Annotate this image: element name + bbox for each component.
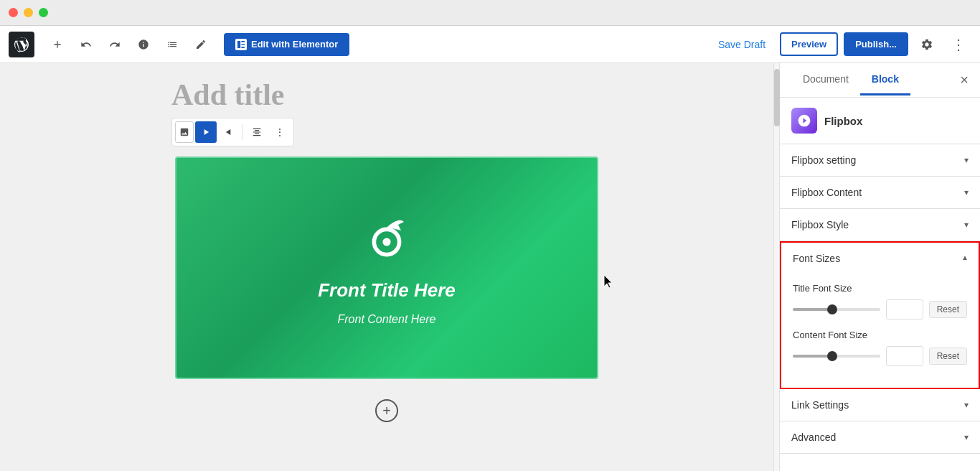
main-toolbar: Edit with Elementor Save Draft Preview P… (0, 26, 980, 63)
ellipsis-icon: ⋮ (951, 36, 966, 53)
block-image-button[interactable] (175, 121, 194, 143)
sidebar-panels: Flipbox setting ▾ Flipbox Content ▾ Flip… (780, 144, 980, 471)
edit-with-elementor-button[interactable]: Edit with Elementor (224, 33, 349, 56)
sidebar-tabs: Document Block × (780, 63, 980, 98)
sidebar-close-button[interactable]: × (960, 72, 969, 88)
panel-advanced-header[interactable]: Advanced ▾ (780, 421, 980, 453)
save-draft-button[interactable]: Save Draft (710, 33, 774, 56)
flipbox-setting-chevron: ▾ (964, 155, 969, 165)
tab-block[interactable]: Block (860, 65, 910, 95)
title-font-size-section: Title Font Size Reset (793, 283, 967, 320)
block-name: Flipbox (824, 115, 862, 127)
toolbar-right: Save Draft Preview Publish... ⋮ (710, 32, 971, 57)
cursor (603, 275, 617, 292)
panel-flipbox-content: Flipbox Content ▾ (780, 177, 980, 209)
tab-document[interactable]: Document (791, 65, 860, 95)
title-font-size-reset[interactable]: Reset (929, 301, 967, 318)
block-toolbar: ⋮ (171, 118, 294, 146)
panel-flipbox-style: Flipbox Style ▾ (780, 209, 980, 241)
add-block-toolbar-button[interactable] (46, 33, 69, 56)
advanced-chevron: ▾ (964, 432, 969, 442)
panel-link-settings-label: Link Settings (791, 399, 849, 411)
panel-flipbox-content-label: Flipbox Content (791, 187, 862, 198)
redo-button[interactable] (103, 33, 126, 56)
title-font-size-thumb[interactable] (827, 304, 837, 314)
content-font-size-thumb[interactable] (827, 351, 837, 361)
pen-icon (195, 39, 207, 50)
arrow-right-icon (201, 127, 211, 137)
block-header: Flipbox (780, 98, 980, 144)
info-button[interactable] (132, 33, 155, 56)
settings-button[interactable] (914, 32, 940, 57)
panel-font-sizes: Font Sizes ▾ Title Font Size Res (780, 241, 980, 389)
maximize-button[interactable] (39, 8, 48, 17)
undo-button[interactable] (75, 33, 98, 56)
wordpress-icon (14, 37, 29, 52)
more-options-button[interactable]: ⋮ (946, 32, 971, 57)
undo-icon (80, 39, 92, 50)
align-button[interactable] (246, 121, 268, 143)
edit-pen-button[interactable] (189, 33, 212, 56)
content-font-size-label: Content Font Size (793, 330, 967, 340)
content-font-size-input[interactable] (886, 346, 923, 366)
flipbox-preview[interactable]: Front Title Here Front Content Here (175, 157, 598, 379)
list-icon (166, 39, 178, 50)
preview-button[interactable]: Preview (780, 32, 838, 56)
image-icon (179, 127, 189, 137)
title-font-size-track[interactable] (793, 308, 880, 311)
list-view-button[interactable] (161, 33, 184, 56)
close-icon: × (960, 72, 969, 88)
font-sizes-chevron: ▾ (963, 253, 967, 264)
panel-font-sizes-header[interactable]: Font Sizes ▾ (781, 243, 979, 274)
gear-icon (920, 38, 933, 51)
panel-font-sizes-label: Font Sizes (793, 253, 840, 264)
panel-flipbox-style-header[interactable]: Flipbox Style ▾ (780, 209, 980, 241)
panel-flipbox-style-label: Flipbox Style (791, 219, 849, 230)
sidebar: Document Block × Flipbox Flipbox setting… (779, 63, 980, 471)
title-font-size-input[interactable] (886, 299, 923, 320)
redo-icon (109, 39, 121, 50)
content-font-size-row: Reset (793, 346, 967, 366)
content-font-size-section: Content Font Size Reset (793, 330, 967, 366)
block-next-button[interactable] (195, 121, 217, 143)
content-font-size-fill (793, 355, 832, 358)
panel-link-settings-header[interactable]: Link Settings ▾ (780, 389, 980, 421)
font-sizes-content: Title Font Size Reset Content Font (781, 274, 979, 388)
publish-button[interactable]: Publish... (844, 32, 908, 56)
panel-link-settings: Link Settings ▾ (780, 389, 980, 421)
editor-scrollbar[interactable] (773, 63, 779, 471)
elementor-button-label: Edit with Elementor (251, 39, 338, 50)
main-layout: Add title ⋮ (0, 63, 980, 471)
add-title[interactable]: Add title (171, 78, 602, 112)
arrow-left-icon (224, 127, 234, 137)
flipbox-logo-icon (797, 113, 811, 128)
add-block-button[interactable]: + (375, 399, 398, 422)
panel-flipbox-content-header[interactable]: Flipbox Content ▾ (780, 177, 980, 208)
editor-scrollbar-thumb[interactable] (774, 69, 780, 126)
content-font-size-track[interactable] (793, 355, 880, 358)
close-button[interactable] (9, 8, 18, 17)
editor-area[interactable]: Add title ⋮ (0, 63, 773, 471)
block-prev-button[interactable] (218, 121, 240, 143)
link-settings-chevron: ▾ (964, 400, 969, 410)
flipbox-style-chevron: ▾ (964, 220, 969, 230)
flipbox-logo (791, 108, 817, 134)
flipbox-front-icon (358, 210, 415, 268)
plus-icon (52, 39, 63, 50)
panel-flipbox-setting-label: Flipbox setting (791, 154, 856, 166)
title-font-size-label: Title Font Size (793, 283, 967, 294)
title-font-size-row: Reset (793, 299, 967, 320)
panel-flipbox-setting-header[interactable]: Flipbox setting ▾ (780, 144, 980, 176)
title-font-size-fill (793, 308, 832, 311)
flipbox-front-title: Front Title Here (318, 279, 456, 302)
svg-point-1 (382, 238, 390, 246)
flipbox-content-chevron: ▾ (964, 187, 969, 197)
minimize-button[interactable] (24, 8, 33, 17)
more-block-options-button[interactable]: ⋮ (269, 121, 291, 143)
toolbar-divider (242, 124, 243, 140)
content-font-size-reset[interactable]: Reset (929, 348, 967, 365)
panel-advanced-label: Advanced (791, 432, 836, 443)
titlebar (0, 0, 980, 26)
flipbox-front-content: Front Content Here (338, 313, 436, 326)
wp-logo (9, 32, 34, 57)
